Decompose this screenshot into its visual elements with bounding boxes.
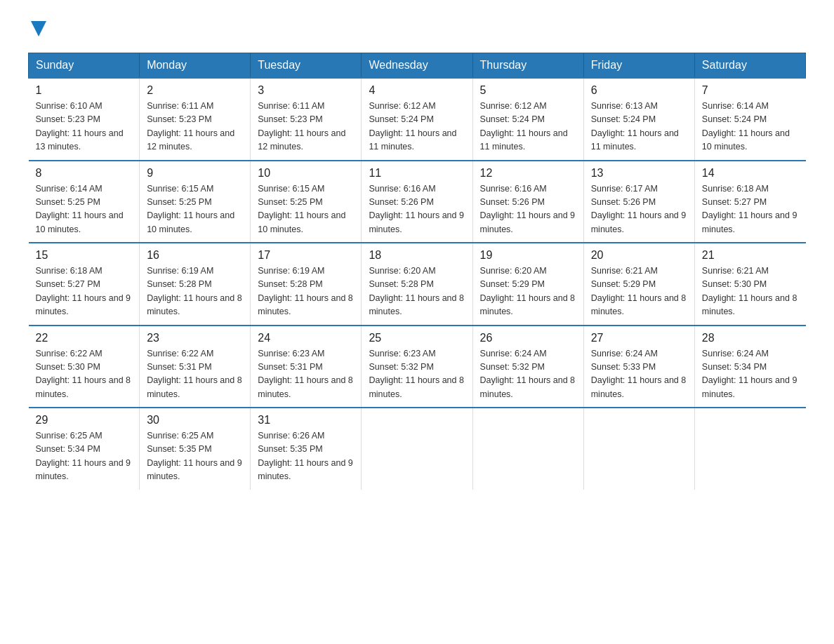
day-info: Sunrise: 6:23 AM Sunset: 5:32 PM Dayligh…	[369, 347, 465, 402]
day-number: 18	[369, 249, 465, 262]
day-info: Sunrise: 6:11 AM Sunset: 5:23 PM Dayligh…	[258, 100, 354, 154]
calendar-cell: 16 Sunrise: 6:19 AM Sunset: 5:28 PM Dayl…	[140, 243, 251, 326]
day-info: Sunrise: 6:10 AM Sunset: 5:23 PM Dayligh…	[36, 100, 133, 154]
day-number: 13	[591, 167, 687, 180]
calendar-cell: 26 Sunrise: 6:24 AM Sunset: 5:32 PM Dayl…	[472, 326, 583, 408]
day-info: Sunrise: 6:20 AM Sunset: 5:29 PM Dayligh…	[480, 264, 576, 319]
calendar-cell: 17 Sunrise: 6:19 AM Sunset: 5:28 PM Dayl…	[251, 243, 362, 326]
weekday-header-saturday: Saturday	[694, 53, 805, 79]
page-header	[28, 21, 806, 39]
day-number: 7	[702, 84, 799, 97]
day-number: 24	[258, 332, 354, 344]
logo	[28, 21, 46, 39]
calendar-week-row: 15 Sunrise: 6:18 AM Sunset: 5:27 PM Dayl…	[29, 243, 806, 326]
day-info: Sunrise: 6:12 AM Sunset: 5:24 PM Dayligh…	[480, 100, 576, 154]
day-number: 3	[258, 84, 354, 97]
day-info: Sunrise: 6:12 AM Sunset: 5:24 PM Dayligh…	[369, 100, 465, 154]
day-number: 2	[147, 84, 243, 97]
day-number: 11	[369, 167, 465, 180]
calendar-cell: 18 Sunrise: 6:20 AM Sunset: 5:28 PM Dayl…	[362, 243, 472, 326]
day-info: Sunrise: 6:15 AM Sunset: 5:25 PM Dayligh…	[258, 182, 354, 237]
weekday-header-thursday: Thursday	[472, 53, 583, 79]
day-number: 23	[147, 332, 243, 344]
day-number: 5	[480, 84, 576, 97]
day-number: 10	[258, 167, 354, 180]
day-info: Sunrise: 6:13 AM Sunset: 5:24 PM Dayligh…	[591, 100, 687, 154]
calendar-cell: 6 Sunrise: 6:13 AM Sunset: 5:24 PM Dayli…	[583, 78, 694, 161]
calendar-cell: 14 Sunrise: 6:18 AM Sunset: 5:27 PM Dayl…	[694, 161, 805, 243]
calendar-week-row: 8 Sunrise: 6:14 AM Sunset: 5:25 PM Dayli…	[29, 161, 806, 243]
day-number: 19	[480, 249, 576, 262]
day-number: 28	[702, 332, 799, 344]
day-info: Sunrise: 6:23 AM Sunset: 5:31 PM Dayligh…	[258, 347, 354, 402]
day-info: Sunrise: 6:24 AM Sunset: 5:34 PM Dayligh…	[702, 347, 799, 402]
calendar-table: SundayMondayTuesdayWednesdayThursdayFrid…	[28, 53, 806, 490]
calendar-cell: 15 Sunrise: 6:18 AM Sunset: 5:27 PM Dayl…	[29, 243, 140, 326]
day-info: Sunrise: 6:21 AM Sunset: 5:30 PM Dayligh…	[702, 264, 799, 319]
calendar-cell: 27 Sunrise: 6:24 AM Sunset: 5:33 PM Dayl…	[583, 326, 694, 408]
day-number: 9	[147, 167, 243, 180]
day-info: Sunrise: 6:24 AM Sunset: 5:33 PM Dayligh…	[591, 347, 687, 402]
day-number: 27	[591, 332, 687, 344]
svg-marker-0	[31, 21, 46, 36]
calendar-cell: 28 Sunrise: 6:24 AM Sunset: 5:34 PM Dayl…	[694, 326, 805, 408]
day-info: Sunrise: 6:21 AM Sunset: 5:29 PM Dayligh…	[591, 264, 687, 319]
weekday-header-sunday: Sunday	[29, 53, 140, 79]
calendar-cell: 24 Sunrise: 6:23 AM Sunset: 5:31 PM Dayl…	[251, 326, 362, 408]
day-number: 29	[36, 414, 133, 427]
day-number: 16	[147, 249, 243, 262]
day-number: 8	[36, 167, 133, 180]
day-number: 6	[591, 84, 687, 97]
day-number: 15	[36, 249, 133, 262]
weekday-header-wednesday: Wednesday	[362, 53, 472, 79]
day-info: Sunrise: 6:14 AM Sunset: 5:24 PM Dayligh…	[702, 100, 799, 154]
weekday-header-tuesday: Tuesday	[251, 53, 362, 79]
day-number: 14	[702, 167, 799, 180]
calendar-cell: 7 Sunrise: 6:14 AM Sunset: 5:24 PM Dayli…	[694, 78, 805, 161]
day-number: 26	[480, 332, 576, 344]
day-number: 21	[702, 249, 799, 262]
calendar-cell: 25 Sunrise: 6:23 AM Sunset: 5:32 PM Dayl…	[362, 326, 472, 408]
day-info: Sunrise: 6:16 AM Sunset: 5:26 PM Dayligh…	[480, 182, 576, 237]
calendar-cell: 11 Sunrise: 6:16 AM Sunset: 5:26 PM Dayl…	[362, 161, 472, 243]
day-info: Sunrise: 6:19 AM Sunset: 5:28 PM Dayligh…	[147, 264, 243, 319]
calendar-cell: 23 Sunrise: 6:22 AM Sunset: 5:31 PM Dayl…	[140, 326, 251, 408]
calendar-cell: 9 Sunrise: 6:15 AM Sunset: 5:25 PM Dayli…	[140, 161, 251, 243]
day-info: Sunrise: 6:20 AM Sunset: 5:28 PM Dayligh…	[369, 264, 465, 319]
calendar-cell: 3 Sunrise: 6:11 AM Sunset: 5:23 PM Dayli…	[251, 78, 362, 161]
logo-arrow-icon	[31, 21, 46, 36]
calendar-cell	[362, 408, 472, 490]
calendar-cell: 12 Sunrise: 6:16 AM Sunset: 5:26 PM Dayl…	[472, 161, 583, 243]
calendar-cell: 1 Sunrise: 6:10 AM Sunset: 5:23 PM Dayli…	[29, 78, 140, 161]
day-number: 1	[36, 84, 133, 97]
day-info: Sunrise: 6:14 AM Sunset: 5:25 PM Dayligh…	[36, 182, 133, 237]
day-info: Sunrise: 6:25 AM Sunset: 5:35 PM Dayligh…	[147, 429, 243, 484]
day-number: 4	[369, 84, 465, 97]
day-info: Sunrise: 6:18 AM Sunset: 5:27 PM Dayligh…	[36, 264, 133, 319]
day-info: Sunrise: 6:24 AM Sunset: 5:32 PM Dayligh…	[480, 347, 576, 402]
weekday-header-row: SundayMondayTuesdayWednesdayThursdayFrid…	[29, 53, 806, 79]
calendar-cell: 4 Sunrise: 6:12 AM Sunset: 5:24 PM Dayli…	[362, 78, 472, 161]
day-info: Sunrise: 6:16 AM Sunset: 5:26 PM Dayligh…	[369, 182, 465, 237]
calendar-week-row: 29 Sunrise: 6:25 AM Sunset: 5:34 PM Dayl…	[29, 408, 806, 490]
day-info: Sunrise: 6:19 AM Sunset: 5:28 PM Dayligh…	[258, 264, 354, 319]
day-number: 25	[369, 332, 465, 344]
calendar-cell: 29 Sunrise: 6:25 AM Sunset: 5:34 PM Dayl…	[29, 408, 140, 490]
calendar-cell: 31 Sunrise: 6:26 AM Sunset: 5:35 PM Dayl…	[251, 408, 362, 490]
calendar-cell: 10 Sunrise: 6:15 AM Sunset: 5:25 PM Dayl…	[251, 161, 362, 243]
calendar-cell: 22 Sunrise: 6:22 AM Sunset: 5:30 PM Dayl…	[29, 326, 140, 408]
calendar-cell: 19 Sunrise: 6:20 AM Sunset: 5:29 PM Dayl…	[472, 243, 583, 326]
day-info: Sunrise: 6:17 AM Sunset: 5:26 PM Dayligh…	[591, 182, 687, 237]
day-info: Sunrise: 6:11 AM Sunset: 5:23 PM Dayligh…	[147, 100, 243, 154]
calendar-week-row: 22 Sunrise: 6:22 AM Sunset: 5:30 PM Dayl…	[29, 326, 806, 408]
day-number: 12	[480, 167, 576, 180]
calendar-cell: 21 Sunrise: 6:21 AM Sunset: 5:30 PM Dayl…	[694, 243, 805, 326]
day-info: Sunrise: 6:22 AM Sunset: 5:31 PM Dayligh…	[147, 347, 243, 402]
calendar-week-row: 1 Sunrise: 6:10 AM Sunset: 5:23 PM Dayli…	[29, 78, 806, 161]
calendar-cell	[472, 408, 583, 490]
calendar-cell: 13 Sunrise: 6:17 AM Sunset: 5:26 PM Dayl…	[583, 161, 694, 243]
day-info: Sunrise: 6:26 AM Sunset: 5:35 PM Dayligh…	[258, 429, 354, 484]
day-number: 17	[258, 249, 354, 262]
calendar-cell	[583, 408, 694, 490]
calendar-cell: 20 Sunrise: 6:21 AM Sunset: 5:29 PM Dayl…	[583, 243, 694, 326]
